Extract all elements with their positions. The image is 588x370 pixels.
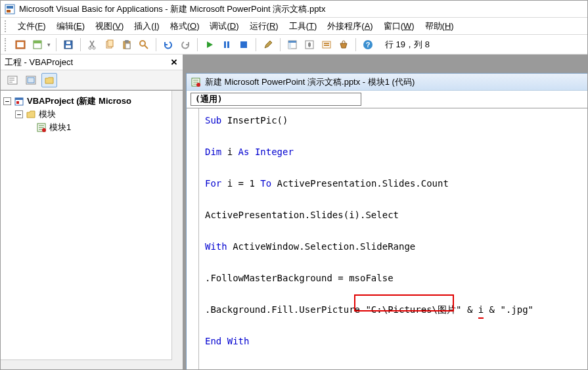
folder-icon: [26, 109, 36, 120]
paste-button[interactable]: [119, 37, 135, 53]
object-dropdown-value: (通用): [195, 93, 223, 105]
view-code-button[interactable]: [5, 73, 20, 87]
toolbar-grip: [5, 38, 9, 51]
break-button[interactable]: [219, 37, 235, 53]
app-icon: [5, 4, 15, 14]
svg-rect-4: [17, 42, 24, 47]
tree-collapse-icon[interactable]: −: [3, 97, 11, 105]
save-button[interactable]: [60, 37, 76, 53]
reset-button[interactable]: [236, 37, 252, 53]
menu-help[interactable]: 帮助(H): [421, 19, 458, 34]
code-window-icon: [191, 77, 201, 87]
menu-window[interactable]: 窗口(W): [380, 19, 418, 34]
object-browser-button[interactable]: [319, 37, 334, 53]
copy-button[interactable]: [102, 37, 118, 53]
svg-rect-33: [28, 78, 34, 83]
tree-module-label: 模块1: [49, 122, 71, 133]
insert-dropdown[interactable]: ▾: [45, 41, 52, 48]
menu-insert[interactable]: 插入(I): [130, 19, 163, 34]
redo-button[interactable]: [177, 37, 193, 53]
svg-rect-36: [16, 101, 19, 104]
object-dropdown[interactable]: (通用): [191, 93, 361, 106]
view-object-button[interactable]: [23, 73, 39, 87]
menubar: 文件(F) 编辑(E) 视图(V) 插入(I) 格式(O) 调试(D) 运行(R…: [1, 18, 587, 35]
svg-point-17: [140, 41, 145, 46]
svg-rect-13: [108, 40, 113, 47]
svg-rect-15: [125, 40, 129, 43]
svg-rect-35: [15, 98, 23, 100]
menu-addins[interactable]: 外接程序(A): [323, 19, 376, 34]
window-title: Microsoft Visual Basic for Applications …: [19, 3, 325, 15]
menu-run[interactable]: 运行(R): [246, 19, 283, 34]
project-panel: 工程 - VBAProject × − VBAProject (新建 Micro…: [1, 55, 183, 370]
menu-debug[interactable]: 调试(D): [206, 19, 242, 34]
undo-button[interactable]: [160, 37, 176, 53]
menu-view[interactable]: 视图(V): [91, 19, 127, 34]
toolbox-button[interactable]: [336, 37, 351, 53]
project-panel-title: 工程 - VBAProject: [5, 57, 73, 68]
find-button[interactable]: [136, 37, 152, 53]
svg-rect-27: [324, 43, 329, 44]
panel-close-button[interactable]: ×: [167, 56, 181, 69]
menu-edit[interactable]: 编辑(E): [53, 19, 89, 34]
tree-collapse-icon[interactable]: −: [15, 110, 23, 118]
menu-format[interactable]: 格式(O): [166, 19, 204, 34]
project-panel-toolbar: [1, 70, 183, 90]
svg-rect-6: [34, 41, 41, 43]
svg-point-38: [42, 128, 46, 132]
svg-rect-21: [240, 41, 247, 48]
svg-line-18: [145, 45, 148, 49]
cursor-position-status: 行 19，列 8: [385, 39, 430, 51]
window-titlebar: Microsoft Visual Basic for Applications …: [1, 1, 587, 18]
help-button[interactable]: ?: [360, 37, 376, 53]
tree-root-vbaproject[interactable]: − VBAProject (新建 Microso: [3, 95, 180, 108]
svg-rect-1: [7, 6, 13, 9]
toggle-folders-button[interactable]: [41, 73, 57, 87]
code-editor[interactable]: Sub InsertPic() Dim i As Integer For i =…: [187, 108, 587, 370]
module-icon: [36, 122, 47, 133]
menu-tools[interactable]: 工具(T): [285, 19, 321, 34]
code-window-title: 新建 Microsoft PowerPoint 演示文稿.pptx - 模块1 …: [205, 76, 415, 88]
svg-rect-23: [288, 41, 296, 43]
properties-button[interactable]: [302, 37, 317, 53]
project-tree[interactable]: − VBAProject (新建 Microso − 模块 模块1: [1, 90, 183, 370]
tree-folder-label: 模块: [39, 108, 56, 120]
svg-rect-20: [227, 41, 229, 48]
menu-file[interactable]: 文件(F): [14, 19, 50, 34]
tree-module-item[interactable]: 模块1: [3, 121, 180, 134]
svg-rect-28: [324, 45, 329, 46]
svg-point-40: [196, 83, 200, 87]
run-button[interactable]: [202, 37, 217, 53]
tree-folder-modules[interactable]: − 模块: [3, 108, 180, 121]
mdi-area: 新建 Microsoft PowerPoint 演示文稿.pptx - 模块1 …: [183, 55, 587, 370]
view-powerpoint-button[interactable]: [12, 37, 28, 53]
design-mode-button[interactable]: [260, 37, 276, 53]
svg-rect-24: [288, 43, 291, 49]
svg-rect-2: [7, 10, 11, 12]
project-panel-header: 工程 - VBAProject ×: [1, 55, 183, 70]
project-explorer-button[interactable]: [284, 37, 300, 53]
code-window: 新建 Microsoft PowerPoint 演示文稿.pptx - 模块1 …: [186, 73, 587, 370]
svg-rect-16: [125, 43, 130, 49]
svg-rect-8: [66, 45, 71, 48]
toolbar: ▾ ? 行 19，列 8: [1, 35, 587, 55]
tree-root-label: VBAProject (新建 Microso: [27, 95, 131, 107]
svg-rect-9: [66, 41, 70, 44]
insert-module-button[interactable]: [30, 37, 45, 53]
svg-rect-19: [224, 41, 226, 48]
project-icon: [14, 96, 24, 106]
menubar-grip: [5, 20, 9, 32]
code-window-titlebar[interactable]: 新建 Microsoft PowerPoint 演示文稿.pptx - 模块1 …: [187, 74, 587, 91]
cut-button[interactable]: [85, 37, 101, 53]
svg-text:?: ?: [366, 41, 371, 49]
